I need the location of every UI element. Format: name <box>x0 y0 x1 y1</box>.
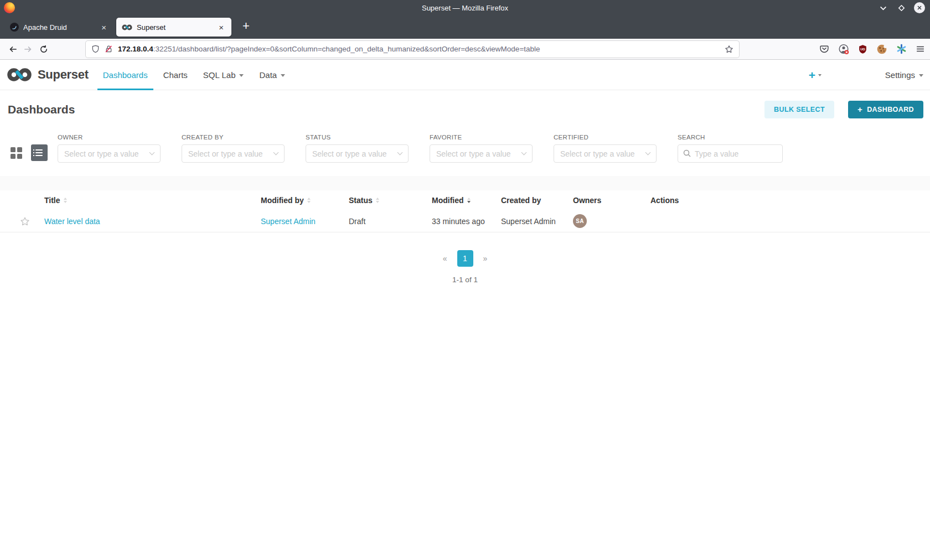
insecure-lock-icon[interactable] <box>105 45 113 53</box>
url-text[interactable]: 172.18.0.4:32251/dashboard/list/?pageInd… <box>118 45 720 53</box>
new-dashboard-label: DASHBOARD <box>867 106 914 113</box>
bulk-select-button[interactable]: BULK SELECT <box>764 101 834 118</box>
chevron-down-icon <box>239 74 244 77</box>
prev-page-button[interactable]: « <box>440 252 451 265</box>
column-label: Modified by <box>261 196 304 205</box>
column-label: Title <box>44 196 60 205</box>
filter-owner: OWNER <box>58 134 161 163</box>
ublock-icon[interactable]: UO <box>858 44 867 54</box>
menu-hamburger-icon[interactable] <box>916 44 925 54</box>
favorite-star-icon[interactable] <box>20 216 44 226</box>
column-label: Status <box>349 196 373 205</box>
window-title: Superset — Mozilla Firefox <box>0 4 930 12</box>
dashboard-title-link[interactable]: Water level data <box>44 217 100 226</box>
forward-icon[interactable] <box>20 42 36 57</box>
minimize-icon[interactable] <box>877 2 888 13</box>
next-page-button[interactable]: » <box>480 252 491 265</box>
list-view-icon[interactable] <box>31 144 48 161</box>
card-view-icon[interactable] <box>9 146 24 160</box>
url-domain: 172.18.0.4 <box>118 45 153 53</box>
owner-select <box>58 144 161 163</box>
sort-icon <box>307 198 311 203</box>
tab-title: Apache Druid <box>23 23 95 32</box>
column-header-title[interactable]: Title <box>44 196 261 205</box>
browser-window: Superset — Mozilla Firefox Apache Druid … <box>0 0 930 560</box>
bookmark-star-icon[interactable] <box>725 45 733 54</box>
pocket-icon[interactable] <box>819 44 829 54</box>
page-1-button[interactable]: 1 <box>457 250 473 267</box>
filter-label: FAVORITE <box>430 134 533 141</box>
close-window-icon[interactable] <box>914 2 925 13</box>
close-tab-icon[interactable]: × <box>216 22 226 33</box>
superset-favicon <box>122 24 132 30</box>
sort-desc-icon <box>467 198 471 203</box>
favorite-select-input[interactable] <box>430 144 533 163</box>
table-row: Water level data Superset Admin Draft 33… <box>0 210 930 232</box>
tab-apache-druid[interactable]: Apache Druid × <box>4 18 114 37</box>
close-tab-icon[interactable]: × <box>99 22 108 33</box>
owner-avatar[interactable]: SA <box>573 214 587 228</box>
shield-icon[interactable] <box>91 45 100 53</box>
column-label: Created by <box>501 196 541 205</box>
modified-by-link[interactable]: Superset Admin <box>261 217 316 226</box>
owner-select-input[interactable] <box>58 144 161 163</box>
new-item-menu[interactable]: + <box>809 69 822 81</box>
reload-icon[interactable] <box>36 42 51 57</box>
toolbar-extensions: UO <box>819 44 930 55</box>
tab-superset[interactable]: Superset × <box>116 18 231 37</box>
table-top-band <box>0 176 930 190</box>
status-select <box>306 144 409 163</box>
nav-item-charts[interactable]: Charts <box>156 60 195 90</box>
created-by-select-input[interactable] <box>182 144 285 163</box>
filter-label: SEARCH <box>678 134 783 141</box>
superset-infinity-icon <box>7 68 32 81</box>
profile-blocked-icon[interactable] <box>838 44 849 55</box>
superset-logo[interactable]: Superset <box>7 68 89 82</box>
column-label: Modified <box>432 196 464 205</box>
nav-label: Dashboards <box>103 70 148 80</box>
tab-bar: Apache Druid × Superset × + <box>0 15 930 39</box>
filter-certified: CERTIFIED <box>554 134 657 163</box>
filter-label: CERTIFIED <box>554 134 657 141</box>
view-toggles <box>9 144 48 161</box>
extension-asterisk-icon[interactable] <box>896 44 907 54</box>
favorite-select <box>430 144 533 163</box>
url-bar[interactable]: 172.18.0.4:32251/dashboard/list/?pageInd… <box>86 41 739 58</box>
modified-cell: 33 minutes ago <box>432 217 501 226</box>
nav-item-data[interactable]: Data <box>251 60 293 90</box>
filter-label: OWNER <box>58 134 161 141</box>
status-select-input[interactable] <box>306 144 409 163</box>
maximize-icon[interactable] <box>896 2 907 13</box>
search-input[interactable] <box>678 144 783 163</box>
column-header-owners: Owners <box>573 196 650 205</box>
tab-title: Superset <box>137 23 212 32</box>
back-icon[interactable] <box>5 42 20 57</box>
nav-item-sql-lab[interactable]: SQL Lab <box>195 60 252 90</box>
new-tab-button[interactable]: + <box>239 20 253 34</box>
settings-label: Settings <box>885 70 915 80</box>
column-header-modified[interactable]: Modified <box>432 196 501 205</box>
brand-name: Superset <box>38 68 89 82</box>
pagination: « 1 » <box>0 250 930 267</box>
certified-select-input[interactable] <box>554 144 657 163</box>
nav-item-dashboards[interactable]: Dashboards <box>95 60 156 90</box>
filter-search: SEARCH <box>678 134 783 163</box>
filter-label: STATUS <box>306 134 409 141</box>
filter-bar: OWNER CREATED BY STATUS FAVORITE <box>0 134 930 163</box>
sort-icon <box>376 198 379 203</box>
filter-label: CREATED BY <box>182 134 285 141</box>
url-path: :32251/dashboard/list/?pageIndex=0&sortC… <box>153 45 540 53</box>
cookie-icon[interactable] <box>876 44 887 55</box>
column-header-actions: Actions <box>650 196 930 205</box>
svg-text:UO: UO <box>860 48 865 51</box>
certified-select <box>554 144 657 163</box>
titlebar: Superset — Mozilla Firefox <box>0 0 930 15</box>
plus-icon: + <box>857 105 862 114</box>
nav-label: SQL Lab <box>203 70 236 80</box>
column-header-modified-by[interactable]: Modified by <box>261 196 349 205</box>
column-header-status[interactable]: Status <box>349 196 432 205</box>
new-dashboard-button[interactable]: + DASHBOARD <box>848 101 923 118</box>
settings-menu[interactable]: Settings <box>885 70 923 80</box>
column-header-created-by: Created by <box>501 196 573 205</box>
sort-icon <box>64 198 67 203</box>
